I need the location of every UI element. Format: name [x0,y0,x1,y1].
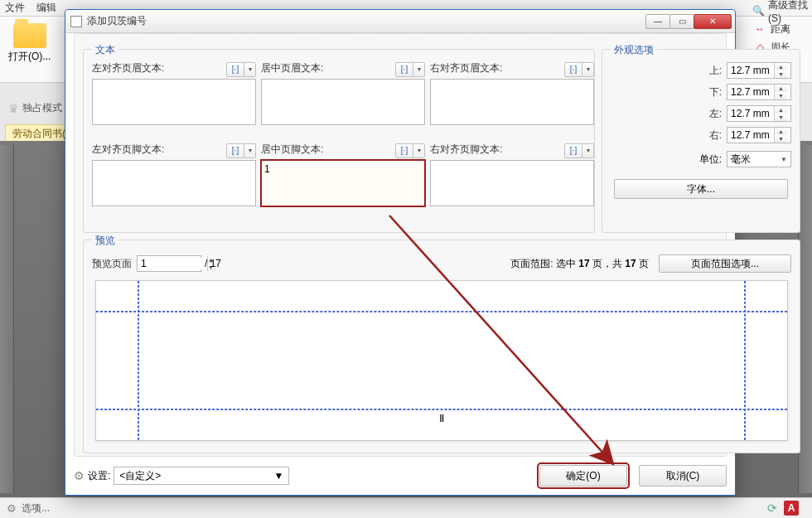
header-left-slot: 左对齐页眉文本: [·]▾ [92,61,256,128]
status-bar: ⚙ 选项... [0,497,812,518]
page-range-options-button[interactable]: 页面范围选项... [659,254,791,273]
preview-row: 预览页面 ▲▼ / 17 页面范围: 选中 17 页，共 17 页 页面范围选项… [84,254,800,274]
cancel-button[interactable]: 取消(C) [639,465,727,487]
unit-value: 毫米 [731,152,751,167]
margin-top-input[interactable] [727,65,774,76]
insert-hl[interactable]: [·]▾ [226,62,256,77]
settings-label: 设置: [88,469,110,483]
margin-guide [96,311,787,312]
refresh-icon[interactable]: ⟳ [767,501,777,515]
chevron-down-icon: ▾ [413,62,425,77]
menu-file[interactable]: 文件 [5,1,25,15]
margin-bottom-input[interactable] [727,86,774,98]
settings-select[interactable]: <自定义>▼ [114,467,289,485]
preview-group-title: 预览 [92,234,118,248]
spin-up-icon[interactable]: ▲ [774,128,787,135]
app-icon [70,16,82,27]
footer-left-slot: 左对齐页脚文本: [·]▾ [92,143,256,209]
maximize-button[interactable]: ▭ [669,14,694,29]
footer-center-slot: 居中页脚文本: [·]▾ [261,143,425,209]
chevron-down-icon: ▾ [582,143,594,158]
appearance-group-title: 外观选项 [611,43,657,57]
margin-left-spinner[interactable]: ▲▼ [727,105,791,122]
text-group: 文本 左对齐页眉文本: [·]▾ 居中页眉文本: [·]▾ 右对齐页眉文本: [… [83,49,595,233]
chevron-down-icon: ▾ [244,62,256,77]
margin-right-row: 右: ▲▼ [702,126,791,144]
exclusive-mode[interactable]: ♛ 独占模式 [8,101,62,115]
header-right-slot: 右对齐页眉文本: [·]▾ [430,61,594,128]
insert-hr[interactable]: [·]▾ [564,62,594,77]
header-right-label: 右对齐页眉文本: [430,61,502,75]
header-left-input[interactable] [92,79,256,125]
margin-guide [744,281,746,440]
chevron-down-icon: ▾ [244,143,256,158]
font-button[interactable]: 字体... [614,179,788,199]
range-a: 页面范围: 选中 [510,258,578,269]
insert-icon: [·] [226,62,244,77]
open-button[interactable]: 打开(O)... [8,23,51,64]
advanced-find-label: 高级查找(S) [768,0,809,24]
unit-row: 单位: 毫米▼ [699,151,791,167]
margin-bottom-row: 下: ▲▼ [702,83,791,101]
spin-down-icon[interactable]: ▼ [774,92,787,99]
preview-page-label: 预览页面 [92,257,132,271]
footer-right-input[interactable] [430,160,594,206]
insert-hc[interactable]: [·]▾ [395,62,425,77]
preview-group: 预览 预览页面 ▲▼ / 17 页面范围: 选中 17 页，共 17 页 页面范… [83,240,800,453]
minimize-button[interactable]: — [645,14,670,29]
bates-dialog: 添加贝茨编号 — ▭ ✕ 文本 左对齐页眉文本: [·]▾ 居中页眉文本: [·… [65,9,736,496]
margin-guide [96,409,787,410]
exclusive-label: 独占模式 [22,101,62,115]
spin-up-icon[interactable]: ▲ [774,85,787,92]
appearance-group: 外观选项 上: ▲▼ 下: ▲▼ 左: ▲▼ 右: ▲▼ 单位: 毫米▼ 字体.… [602,49,800,233]
margin-right-input[interactable] [727,129,774,141]
spin-down-icon[interactable]: ▼ [774,114,787,121]
advanced-find[interactable]: 🔍 高级查找(S) [749,2,812,20]
footer-left-input[interactable] [92,160,256,206]
preview-page-spinner[interactable]: ▲▼ [137,255,201,272]
titlebar[interactable]: 添加贝茨编号 — ▭ ✕ [65,10,735,33]
preview-bates-number: Ⅱ [439,412,444,425]
insert-fl[interactable]: [·]▾ [226,143,256,158]
range-end: 页 [636,258,649,269]
chevron-down-icon: ▼ [273,470,283,482]
margin-left-label: 左: [702,107,722,121]
adobe-icon[interactable]: A [784,501,799,516]
preview-page-input[interactable] [138,258,207,269]
margin-right-spinner[interactable]: ▲▼ [727,127,791,143]
ok-button[interactable]: 确定(O) [539,465,627,487]
spin-up-icon[interactable]: ▲ [774,106,787,114]
margin-left-input[interactable] [727,108,774,119]
range-b2: 17 [625,258,636,269]
unit-label: 单位: [699,152,722,167]
footer-left-label: 左对齐页脚文本: [92,143,164,157]
insert-icon: [·] [395,62,413,77]
insert-icon: [·] [226,143,244,158]
spin-up-icon[interactable]: ▲ [774,63,787,70]
margin-top-spinner[interactable]: ▲▼ [727,62,791,79]
spin-down-icon[interactable]: ▼ [774,70,787,78]
header-center-input[interactable] [261,79,425,125]
margin-bottom-spinner[interactable]: ▲▼ [727,84,791,100]
footer-center-input[interactable] [261,160,425,206]
page-preview: Ⅱ [95,280,788,441]
options-link[interactable]: 选项... [22,501,50,516]
insert-fc[interactable]: [·]▾ [395,143,425,158]
gear-icon: ⚙ [7,502,17,515]
insert-fr[interactable]: [·]▾ [564,143,594,158]
range-mid: 页，共 [590,258,626,269]
chevron-down-icon: ▾ [413,143,425,158]
distance-label: 距离 [771,22,790,36]
unit-select[interactable]: 毫米▼ [727,151,791,167]
margin-top-label: 上: [702,64,722,78]
header-right-input[interactable] [430,79,594,125]
settings-value: <自定义> [119,469,161,483]
menu-edit[interactable]: 编辑 [36,1,56,15]
range-b1: 17 [578,258,589,269]
spin-down-icon[interactable]: ▼ [774,135,787,143]
text-group-title: 文本 [92,43,118,57]
gear-icon: ⚙ [74,469,85,482]
close-button[interactable]: ✕ [694,14,732,29]
dialog-bottom-bar: ⚙ 设置: <自定义>▼ 确定(O) 取消(C) [74,463,727,488]
page-range-text: 页面范围: 选中 17 页，共 17 页 [510,257,649,271]
